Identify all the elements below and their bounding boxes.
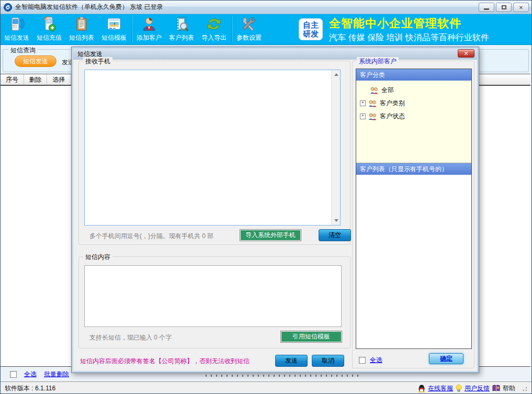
minimize-icon: [484, 8, 489, 10]
self-developed-badge: 自主 研发: [299, 18, 323, 41]
column-header-index[interactable]: 序号: [1, 74, 24, 85]
use-template-button[interactable]: 引用短信模板: [280, 331, 342, 343]
import-export-icon: [206, 16, 222, 32]
add-customer-icon: [141, 16, 157, 32]
select-all-link[interactable]: 全选: [24, 370, 37, 379]
sms-list-icon: [73, 16, 90, 32]
phone-groupbox: 接收手机 多个手机间用逗号(，)分隔。现有手机共 0 部 导入系统外部手机 清空: [78, 61, 350, 245]
internal-customers-label: 系统内部客户: [357, 57, 399, 66]
help-label[interactable]: 帮助: [503, 384, 515, 393]
help-book-icon: [492, 385, 500, 392]
toolbar-label: 短信发送: [4, 33, 29, 42]
app-icon: [4, 3, 12, 12]
toolbar-sms-send[interactable]: 短信发送: [1, 14, 33, 44]
maximize-icon: [502, 5, 506, 9]
select-all-checkbox[interactable]: [10, 371, 17, 378]
column-header-delete[interactable]: 删除: [24, 74, 47, 85]
signature-warning: 短信内容后面必须带有签名【公司简称】，否则无法收到短信: [80, 357, 250, 366]
toolbar-add-customer[interactable]: 添加客户: [133, 14, 165, 44]
toolbar-label: 短信模板: [101, 33, 127, 42]
scroll-down-icon[interactable]: [332, 216, 341, 225]
settings-icon: [241, 16, 257, 32]
import-external-phones-button[interactable]: 导入系统外部手机: [240, 229, 301, 241]
customer-category-header: 客户分类: [356, 69, 471, 81]
toolbar-sms-topup[interactable]: 短信充值: [33, 14, 65, 44]
ok-button[interactable]: 确定: [429, 353, 463, 364]
sms-send-icon: [8, 16, 25, 32]
feedback-link[interactable]: 用户反馈: [465, 384, 490, 393]
maximize-button[interactable]: [496, 3, 512, 12]
customers-icon: [370, 87, 379, 94]
toolbar-separator: [231, 16, 232, 42]
customers-stack: 客户分类 全部 +: [356, 69, 472, 349]
expand-icon[interactable]: +: [360, 100, 366, 106]
toolbar-sms-list[interactable]: 短信列表: [65, 14, 98, 44]
sms-send-dialog: 短信发送 ✕ 接收手机 多个手机间用逗号(，)分隔。现有手机共 0 部 导入系统…: [71, 47, 479, 373]
sms-content-label: 短信内容: [83, 253, 112, 262]
clipped-pagination-fragment: [206, 375, 360, 377]
close-button[interactable]: ✕: [513, 3, 529, 12]
sms-content-groupbox: 短信内容 支持长短信，现已输入 0 个字 引用短信模板: [78, 256, 350, 348]
tree-item-status[interactable]: + 客户状态: [356, 110, 471, 123]
toolbar-import-export[interactable]: 导入导出: [198, 14, 230, 44]
version-label: 软件版本 : 6.1.116: [5, 384, 55, 393]
toolbar-label: 客户列表: [169, 33, 194, 42]
internal-customers-groupbox: 系统内部客户 客户分类 全部 +: [352, 61, 474, 368]
sms-query-label: 短信查询: [8, 46, 38, 55]
customers-select-all-checkbox[interactable]: [359, 357, 366, 364]
customers-icon: [368, 113, 377, 120]
expand-icon[interactable]: +: [360, 114, 366, 119]
titlebar: 全智能电脑发短信软件（单机永久免费） 东坡 已登录 ✕: [1, 1, 531, 14]
customer-list-header: 客户列表（只显示有手机号的）: [356, 163, 471, 175]
online-service-link[interactable]: 在线客服: [428, 384, 453, 393]
banner-title: 全智能中小企业管理软件: [329, 16, 489, 31]
tree-item-category[interactable]: + 客户类别: [356, 97, 471, 110]
phone-group-label: 接收手机: [83, 57, 112, 66]
tree-item-label: 客户类别: [380, 99, 405, 108]
send-button[interactable]: 发送: [275, 355, 308, 367]
minimize-button[interactable]: [479, 3, 494, 12]
sms-send-tab[interactable]: 短信发送: [15, 55, 56, 67]
bulb-icon: [456, 385, 462, 392]
customer-list-icon: [173, 16, 190, 32]
dialog-titlebar[interactable]: 短信发送: [73, 49, 477, 60]
dialog-close-button[interactable]: ✕: [458, 49, 474, 58]
content-hint: 支持长短信，现已输入 0 个字: [89, 333, 172, 342]
clear-button[interactable]: 清空: [319, 229, 351, 241]
app-window: 全智能电脑发短信软件（单机永久免费） 东坡 已登录 ✕ 短信发送: [0, 0, 532, 394]
cancel-button[interactable]: 取消: [312, 355, 344, 367]
customer-select-row: 全选 确定: [356, 354, 472, 366]
sms-template-icon: [106, 16, 122, 32]
toolbar-label: 导入导出: [201, 33, 227, 42]
batch-delete-link[interactable]: 批量删除: [44, 370, 69, 379]
close-icon: ✕: [519, 5, 523, 10]
resize-grip[interactable]: [521, 385, 527, 391]
toolbar-label: 添加客户: [137, 33, 162, 42]
toolbar-settings[interactable]: 参数设置: [233, 14, 265, 44]
scroll-up-icon[interactable]: [332, 70, 341, 79]
window-title: 全智能电脑发短信软件（单机永久免费） 东坡 已登录: [15, 3, 163, 12]
toolbar-label: 短信充值: [37, 33, 62, 42]
promo-banner: 自主 研发 全智能中小企业管理软件 汽车 传媒 保险 培训 快消品等百种行业软件: [299, 16, 489, 43]
qq-icon: [418, 385, 425, 392]
tree-item-all[interactable]: 全部: [356, 84, 471, 97]
dialog-close-icon: ✕: [463, 50, 468, 57]
textarea-scrollbar[interactable]: [331, 70, 340, 225]
statusbar: 软件版本 : 6.1.116 在线客服 用户反馈 帮助: [1, 381, 531, 394]
customer-tree: 全部 + 客户类别 +: [356, 81, 471, 163]
phone-numbers-textarea[interactable]: [84, 70, 341, 226]
sms-topup-icon: [41, 16, 58, 32]
sms-content-textarea[interactable]: [84, 265, 342, 327]
customers-icon: [368, 100, 377, 107]
banner-subtitle: 汽车 传媒 保险 培训 快消品等百种行业软件: [329, 32, 489, 43]
toolbar-separator: [131, 16, 132, 42]
toolbar-label: 短信列表: [69, 33, 94, 42]
tree-item-label: 客户状态: [380, 112, 405, 121]
column-header-select[interactable]: 选择: [47, 74, 71, 85]
phone-hint: 多个手机间用逗号(，)分隔。现有手机共 0 部: [89, 232, 213, 241]
toolbar-sms-template[interactable]: 短信模板: [98, 14, 130, 44]
customer-list[interactable]: [356, 175, 471, 348]
tree-item-label: 全部: [381, 86, 394, 95]
toolbar-customer-list[interactable]: 客户列表: [165, 14, 198, 44]
customers-select-all-link[interactable]: 全选: [370, 356, 382, 365]
